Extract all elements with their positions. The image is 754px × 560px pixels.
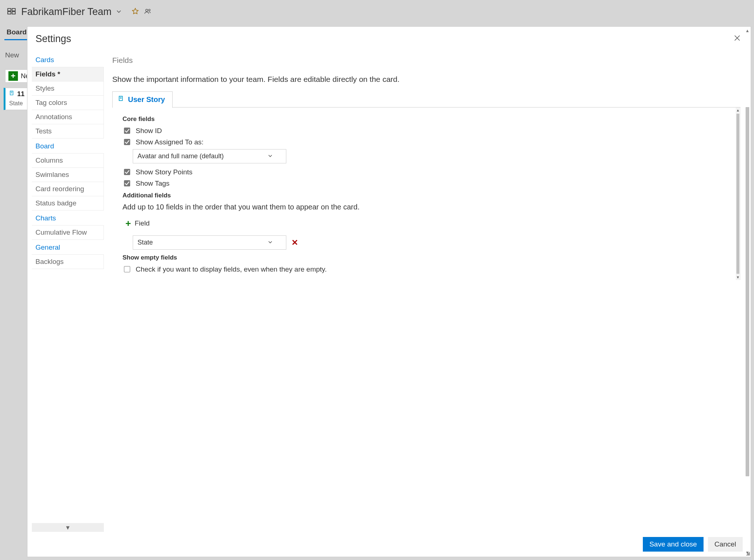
svg-rect-3 — [12, 11, 15, 14]
core-fields-heading: Core fields — [122, 116, 736, 123]
cancel-button[interactable]: Cancel — [708, 537, 743, 552]
svg-point-4 — [146, 9, 148, 11]
nav-item-annotations[interactable]: Annotations — [32, 110, 104, 124]
chevron-down-icon — [268, 239, 273, 246]
scroll-down-icon[interactable]: ▼ — [736, 275, 740, 280]
nav-item-columns[interactable]: Columns — [32, 153, 104, 168]
field-row: State ✕ — [133, 235, 736, 250]
nav-group-cards[interactable]: Cards — [32, 52, 104, 67]
nav-item-cumulative-flow[interactable]: Cumulative Flow — [32, 225, 104, 240]
show-assigned-to-row[interactable]: Show Assigned To as: — [122, 138, 736, 146]
resize-grip-icon[interactable]: ◢ — [746, 550, 750, 556]
nav-item-tests[interactable]: Tests — [32, 124, 104, 139]
svg-rect-0 — [8, 8, 11, 11]
additional-fields-heading: Additional fields — [122, 192, 736, 199]
show-story-points-row[interactable]: Show Story Points — [122, 168, 736, 176]
settings-nav: Cards Fields * Styles Tag colors Annotat… — [32, 49, 104, 532]
chevron-down-icon — [268, 152, 273, 160]
add-field-button[interactable]: + Field — [125, 219, 150, 228]
settings-main: Fields Show the important information to… — [104, 49, 751, 532]
nav-group-board[interactable]: Board — [32, 139, 104, 153]
field-select[interactable]: State — [133, 235, 286, 250]
plus-icon: + — [8, 71, 18, 81]
nav-group-charts[interactable]: Charts — [32, 211, 104, 225]
modal-title: Settings — [35, 33, 71, 45]
page-root: FabrikamFiber Team Board New + Ne 11 Sta… — [0, 0, 754, 560]
show-tags-row[interactable]: Show Tags — [122, 179, 736, 188]
main-heading: Fields — [112, 56, 740, 65]
team-name[interactable]: FabrikamFiber Team — [21, 6, 112, 18]
save-and-close-button[interactable]: Save and close — [643, 537, 704, 552]
assigned-to-select[interactable]: Avatar and full name (default) — [133, 149, 286, 163]
scroll-thumb[interactable] — [746, 107, 749, 476]
show-assigned-to-label: Show Assigned To as: — [136, 138, 204, 146]
additional-fields-desc: Add up to 10 fields in the order that yo… — [122, 203, 736, 211]
nav-scroll-down-icon[interactable]: ▼ — [32, 523, 104, 532]
show-id-row[interactable]: Show ID — [122, 126, 736, 135]
show-empty-fields-heading: Show empty fields — [122, 254, 736, 261]
modal-scrollbar[interactable]: ▲ ▼ — [744, 27, 751, 557]
show-empty-fields-checkbox[interactable] — [124, 266, 130, 272]
favorite-star-icon[interactable] — [131, 7, 139, 17]
plus-icon: + — [125, 219, 131, 228]
show-story-points-checkbox[interactable] — [124, 169, 130, 175]
nav-item-status-badge[interactable]: Status badge — [32, 196, 104, 211]
modal-body: Cards Fields * Styles Tag colors Annotat… — [27, 49, 751, 532]
svg-rect-1 — [8, 11, 11, 14]
nav-item-card-reordering[interactable]: Card reordering — [32, 182, 104, 196]
show-tags-label: Show Tags — [136, 179, 170, 188]
show-assigned-to-checkbox[interactable] — [124, 139, 130, 145]
people-icon[interactable] — [144, 7, 152, 17]
nav-item-fields[interactable]: Fields * — [32, 67, 104, 82]
nav-item-tag-colors[interactable]: Tag colors — [32, 96, 104, 110]
show-id-checkbox[interactable] — [124, 128, 130, 134]
show-empty-fields-row[interactable]: Check if you want to display fields, eve… — [122, 265, 736, 273]
show-empty-fields-label: Check if you want to display fields, eve… — [136, 265, 327, 273]
scroll-up-icon[interactable]: ▲ — [736, 107, 740, 113]
tab-scrollbar[interactable]: ▲ ▼ — [736, 107, 740, 280]
close-button[interactable] — [732, 33, 743, 45]
remove-field-button[interactable]: ✕ — [290, 238, 299, 247]
svg-rect-2 — [12, 8, 15, 11]
card-state-label: State — [9, 100, 25, 107]
nav-group-general[interactable]: General — [32, 240, 104, 254]
modal-footer: Save and close Cancel — [27, 532, 751, 557]
app-header: FabrikamFiber Team — [0, 0, 754, 24]
scroll-up-icon[interactable]: ▲ — [745, 28, 750, 33]
add-field-label: Field — [135, 219, 150, 227]
card-id: 11 — [17, 90, 24, 98]
tab-user-story-label: User Story — [128, 95, 165, 104]
modal-header: Settings — [27, 27, 751, 49]
show-tags-checkbox[interactable] — [124, 180, 130, 186]
column-new-label: New — [5, 51, 19, 59]
tab-content: Core fields Show ID Show Assigned To as:… — [112, 107, 740, 280]
team-picker-chevron-icon[interactable] — [116, 8, 122, 16]
show-id-label: Show ID — [136, 127, 162, 135]
nav-item-swimlanes[interactable]: Swimlanes — [32, 168, 104, 182]
nav-item-backlogs[interactable]: Backlogs — [32, 254, 104, 269]
settings-modal: Settings Cards Fields * Styles Tag color… — [27, 26, 751, 557]
nav-item-styles[interactable]: Styles — [32, 82, 104, 96]
tab-board[interactable]: Board — [4, 28, 29, 40]
work-item-card[interactable]: 11 State — [4, 88, 27, 110]
show-story-points-label: Show Story Points — [136, 168, 192, 176]
assigned-to-select-value: Avatar and full name (default) — [137, 152, 224, 160]
user-story-icon — [9, 90, 15, 98]
scroll-thumb[interactable] — [736, 114, 739, 274]
svg-point-5 — [148, 9, 150, 11]
backlog-icon — [7, 7, 17, 17]
field-select-value: State — [137, 239, 153, 246]
main-description: Show the important information to your t… — [112, 75, 740, 84]
user-story-icon — [118, 95, 124, 104]
tab-user-story[interactable]: User Story — [112, 91, 173, 108]
assigned-to-select-wrap: Avatar and full name (default) — [133, 149, 736, 163]
work-item-type-tabs: User Story — [112, 91, 740, 107]
